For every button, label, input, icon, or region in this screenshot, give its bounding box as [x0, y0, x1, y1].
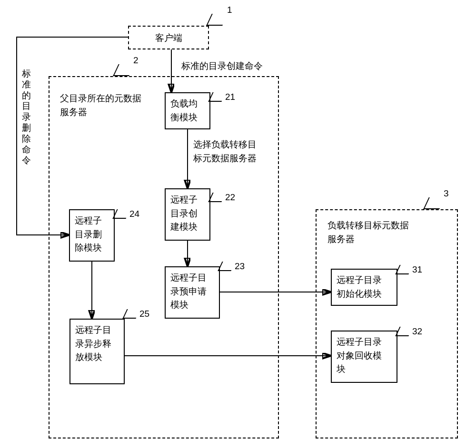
b21-l2: 衡模块 [170, 111, 205, 125]
b24-l2: 目录删 [75, 228, 109, 242]
box3-title-l1: 负载转移目标元数据 [327, 219, 432, 233]
edge2-l1: 选择负载转移目 [193, 138, 257, 152]
box-31: 远程子目录 初始化模块 [331, 269, 397, 306]
box-32: 远程子目录 对象回收模 块 [331, 331, 397, 383]
box-22: 远程子 目录创 建模块 [165, 188, 210, 241]
num-21: 21 [225, 92, 235, 102]
b32-l2: 对象回收模 [337, 349, 392, 363]
b21-l1: 负载均 [170, 97, 205, 111]
box-21: 负载均 衡模块 [165, 92, 210, 129]
b25-l3: 放模块 [75, 351, 119, 364]
num-22: 22 [225, 192, 235, 203]
b31-l1: 远程子目录 [337, 273, 392, 287]
b22-l2: 目录创 [170, 207, 205, 221]
box2-title-l2: 服务器 [60, 106, 155, 119]
b23-l3: 模块 [170, 298, 214, 312]
box2-title-l1: 父目录所在的元数据 [60, 92, 155, 106]
b32-l3: 块 [337, 362, 392, 376]
tick-1 [206, 14, 228, 26]
tick-2 [113, 64, 135, 76]
b24-l1: 远程子 [75, 214, 109, 228]
b32-l1: 远程子目录 [337, 335, 392, 349]
box3-title-l2: 服务器 [327, 233, 432, 246]
b23-l2: 录预申请 [170, 285, 214, 299]
num-3: 3 [444, 188, 449, 199]
box-23: 远程子目 录预申请 模块 [165, 266, 220, 319]
edge-label-delete: 标准的目录删除命令 [22, 68, 31, 166]
box2-title: 父目录所在的元数据 服务器 [60, 92, 155, 119]
box3-title: 负载转移目标元数据 服务器 [327, 219, 432, 246]
num-1: 1 [227, 5, 232, 15]
edge-label-create: 标准的目录创建命令 [181, 59, 263, 73]
box-client: 客户端 [128, 26, 209, 49]
b25-l2: 录异步释 [75, 337, 119, 351]
b22-l1: 远程子 [170, 193, 205, 207]
num-31: 31 [412, 264, 422, 275]
num-2: 2 [133, 55, 139, 66]
b24-l3: 除模块 [75, 241, 109, 255]
box-24: 远程子 目录删 除模块 [69, 209, 115, 262]
num-25: 25 [139, 309, 149, 319]
num-23: 23 [235, 261, 245, 272]
box-client-label: 客户端 [155, 33, 182, 43]
b25-l1: 远程子目 [75, 323, 119, 337]
tick-3 [423, 197, 445, 209]
edge-label-select: 选择负载转移目 标元数据服务器 [193, 138, 257, 165]
b22-l3: 建模块 [170, 220, 205, 234]
box-25: 远程子目 录异步释 放模块 [69, 319, 125, 384]
num-32: 32 [412, 326, 422, 337]
b23-l1: 远程子目 [170, 271, 214, 285]
b31-l2: 初始化模块 [337, 287, 392, 301]
num-24: 24 [129, 209, 139, 219]
edge2-l2: 标元数据服务器 [193, 152, 257, 166]
